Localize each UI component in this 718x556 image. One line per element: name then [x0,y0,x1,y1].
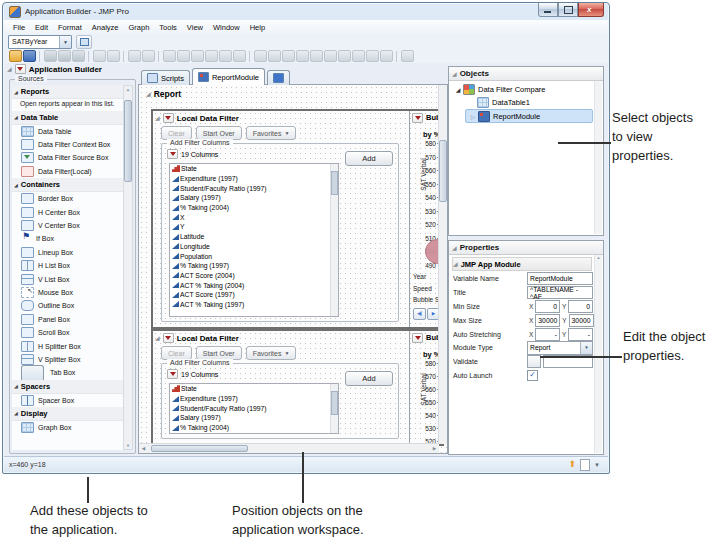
column-item-taking-1997[interactable]: % Taking (1997) [170,261,338,271]
collapse-triangle-icon[interactable]: ◢ [452,71,457,77]
menu-view[interactable]: View [182,23,208,32]
title-bar[interactable]: Application Builder - JMP Pro x [3,3,609,20]
max-size-y-input[interactable]: 30000 [569,314,594,327]
align-right-icon[interactable] [191,50,204,62]
column-item-student-faculty-ratio-1997[interactable]: Student/Faculty Ratio (1997) [170,183,338,193]
filter-columns-list[interactable]: StateExpenditure (1997)Student/Faculty R… [169,383,339,434]
move-up-icon[interactable] [128,50,141,62]
menu-help[interactable]: Help [245,23,270,32]
clear-button[interactable]: Clear [161,346,192,360]
sources-scrollbar[interactable]: ▲ ▼ [123,85,133,450]
report-outline-header[interactable]: ◢ Report [146,89,181,99]
auto-stretching-y-input[interactable]: - [568,328,593,341]
report-preview-2[interactable]: ◢Local Data FilterClearStart OverFavorit… [151,329,444,446]
status-document-icon[interactable] [580,459,590,471]
jmp-app-module-header[interactable]: ◢ JMP App Module [452,257,592,271]
column-item-x[interactable]: X [170,212,338,222]
red-triangle-menu-icon[interactable] [163,113,174,123]
favorites-button[interactable]: Favorites▼ [246,346,297,360]
menu-tools[interactable]: Tools [154,23,182,32]
min-size-y-input[interactable]: 0 [568,300,593,313]
column-item-x[interactable]: X [170,432,338,434]
collapse-triangle-icon[interactable]: ◢ [452,245,457,251]
column-item-population[interactable]: Population [170,251,338,261]
clear-button[interactable]: Clear [161,126,192,140]
menu-format[interactable]: Format [53,23,87,32]
sidebar-item-data-filter-source-box[interactable]: Data Filter Source Box [12,151,124,164]
collapse-triangle-icon[interactable]: ◢ [7,66,12,72]
sidebar-item-data-table[interactable]: Data Table [12,125,124,138]
column-item-latitude[interactable]: Latitude [170,232,338,242]
column-item-longitude[interactable]: Longitude [170,242,338,252]
ungroup-icon[interactable] [352,50,365,62]
align-bottom-icon[interactable] [233,50,246,62]
sidebar-item-spacer-box[interactable]: Spacer Box [12,394,124,407]
run-application-icon[interactable] [401,50,414,62]
maximize-button[interactable] [558,3,578,17]
sidebar-section-reports[interactable]: ◢Reports [12,85,124,99]
red-triangle-menu-icon[interactable] [167,369,178,379]
column-item-act-score-1997[interactable]: ACT Score (1997) [170,290,338,300]
local-data-filter-header[interactable]: ◢Local Data Filter [153,111,409,123]
workspace[interactable]: ◢ Report ◢Local Data FilterClearStart Ov… [138,84,448,454]
column-item-state[interactable]: State [170,164,338,174]
column-item-expenditure-1997[interactable]: Expenditure (1997) [170,174,338,184]
menu-window[interactable]: Window [208,23,245,32]
variable-name-input[interactable]: ReportModule [527,272,593,285]
column-item-act-taking-2004[interactable]: ACT % Taking (2004) [170,280,338,290]
tree-item-data-filter-compare[interactable]: ◢Data Filter Compare [451,83,593,96]
sidebar-section-spacers[interactable]: ◢Spacers [12,380,124,394]
collapse-triangle-icon[interactable]: ◢ [155,115,160,121]
status-dropdown-icon[interactable]: ▼ [594,462,600,468]
sidebar-item-graph-box[interactable]: Graph Box [12,421,124,434]
sidebar-section-data-table[interactable]: ◢Data Table [12,111,124,125]
sidebar-item-mouse-box[interactable]: Mouse Box [12,286,124,299]
column-item-salary-1997[interactable]: Salary (1997) [170,413,338,423]
menu-file[interactable]: File [8,23,30,32]
scrollbar-thumb[interactable] [331,171,338,195]
data-table-combo[interactable]: SATByYear ▼ [8,35,72,49]
red-triangle-menu-icon[interactable] [163,333,174,343]
workspace-vertical-scrollbar[interactable] [438,85,447,444]
collapse-triangle-icon[interactable]: ◢ [146,91,151,97]
tab-reportmodule[interactable]: ReportModule [192,68,265,85]
align-center-vertical-icon[interactable] [219,50,232,62]
filter-columns-list[interactable]: StateExpenditure (1997)Student/Faculty R… [169,163,339,317]
collapsed-expander-icon[interactable]: ▷ [468,113,478,120]
menu-edit[interactable]: Edit [30,23,53,32]
add-button[interactable]: Add [345,151,393,166]
sidebar-item-data-filter-context-box[interactable]: Data Filter Context Box [12,138,124,151]
expanded-expander-icon[interactable]: ◢ [453,86,463,93]
report-preview-1[interactable]: ◢Local Data FilterClearStart OverFavorit… [151,109,444,329]
sidebar-item-tab-box[interactable]: Tab Box [12,366,124,379]
sidebar-item-v-list-box[interactable]: V List Box [12,272,124,285]
red-triangle-menu-icon[interactable] [15,64,26,74]
scroll-left-icon[interactable]: ◀ [139,446,148,451]
scroll-down-icon[interactable]: ▼ [124,442,132,449]
paste-icon[interactable] [72,50,85,62]
move-down-icon[interactable] [142,50,155,62]
step-back-button[interactable]: ◀| [413,308,426,320]
sidebar-item-panel-box[interactable]: Panel Box [12,313,124,326]
sidebar-item-lineup-box[interactable]: Lineup Box [12,246,124,259]
column-item-student-faculty-ratio-1997[interactable]: Student/Faculty Ratio (1997) [170,403,338,413]
collapse-triangle-icon[interactable]: ◢ [155,335,160,341]
insert-right-icon[interactable] [282,50,295,62]
columns-count[interactable]: 19 Columns [167,149,218,159]
column-item-act-taking-1997[interactable]: ACT % Taking (1997) [170,300,338,310]
status-home-icon[interactable]: ⬆ [569,460,577,469]
add-row-icon[interactable] [324,50,337,62]
title-input[interactable]: ^TABLENAME - ^AF [527,286,593,299]
close-button[interactable]: x [578,3,604,17]
favorites-button[interactable]: Favorites▼ [246,126,297,140]
sidebar-item-scroll-box[interactable]: Scroll Box [12,326,124,339]
red-triangle-menu-icon[interactable] [167,149,178,159]
scrollbar-thumb[interactable] [439,140,447,202]
scrollbar-thumb[interactable] [331,391,338,415]
objects-panel-header[interactable]: ◢ Objects [449,67,603,81]
open-icon[interactable] [9,50,22,62]
scroll-right-icon[interactable]: ▶ [430,446,439,451]
list-scrollbar[interactable] [330,164,338,316]
sidebar-item-border-box[interactable]: Border Box [12,192,124,205]
delete-icon[interactable] [380,50,393,62]
